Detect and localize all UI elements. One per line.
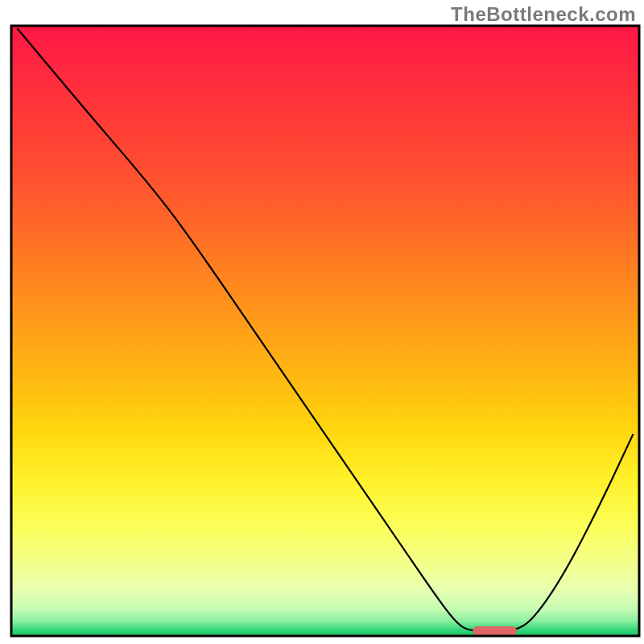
watermark-text: TheBottleneck.com: [451, 3, 636, 26]
chart-svg: [0, 0, 644, 644]
optimal-range-marker: [473, 626, 517, 636]
bottleneck-chart: TheBottleneck.com: [0, 0, 644, 644]
gradient-background: [11, 26, 639, 636]
